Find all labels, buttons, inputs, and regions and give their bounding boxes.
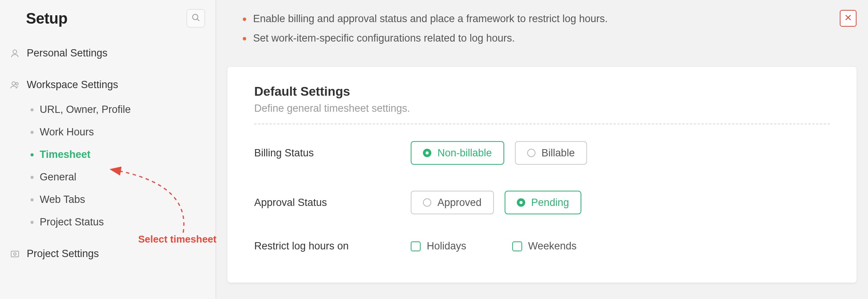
dot-icon xyxy=(31,198,34,201)
sidebar-item-label: Workspace Settings xyxy=(27,79,118,91)
sidebar-item-general[interactable]: General xyxy=(0,166,216,188)
sidebar-item-personal-settings[interactable]: Personal Settings xyxy=(0,42,216,64)
sidebar-item-work-hours[interactable]: Work Hours xyxy=(0,121,216,143)
sidebar-item-web-tabs[interactable]: Web Tabs xyxy=(0,188,216,211)
sidebar-item-workspace-settings[interactable]: Workspace Settings xyxy=(0,74,216,96)
radio-label: Approved xyxy=(437,197,482,209)
row-restrict-log-hours: Restrict log hours on Holidays Weekends xyxy=(254,227,830,265)
radio-pending[interactable]: Pending xyxy=(505,191,581,214)
intro-list: Enable billing and approval status and p… xyxy=(216,0,868,57)
row-controls: Holidays Weekends xyxy=(411,240,577,252)
radio-icon xyxy=(527,149,536,157)
nav-section-workspace: Workspace Settings URL, Owner, Profile W… xyxy=(0,69,216,238)
dot-icon xyxy=(31,176,34,179)
sidebar-item-label: Project Status xyxy=(40,216,104,228)
sidebar-item-label: Work Hours xyxy=(40,126,94,138)
default-settings-card: Default Settings Define general timeshee… xyxy=(227,66,857,283)
annotation-label: Select timesheet xyxy=(138,233,216,245)
radio-icon xyxy=(423,198,431,207)
svg-rect-5 xyxy=(11,251,19,257)
bullet-icon xyxy=(243,18,246,21)
radio-approved[interactable]: Approved xyxy=(411,191,494,214)
checkbox-holidays[interactable]: Holidays xyxy=(411,240,466,252)
row-controls: Approved Pending xyxy=(411,191,581,214)
row-approval-status: Approval Status Approved Pending xyxy=(254,178,830,227)
radio-icon xyxy=(517,198,525,207)
checkbox-icon xyxy=(411,241,421,251)
dot-icon xyxy=(31,108,34,111)
intro-item: Enable billing and approval status and p… xyxy=(243,9,845,29)
svg-point-2 xyxy=(13,50,17,53)
close-button[interactable] xyxy=(840,10,857,27)
sidebar: Setup Personal Settings Workspace Settin xyxy=(0,0,216,299)
checkbox-label: Holidays xyxy=(427,240,466,252)
radio-billable[interactable]: Billable xyxy=(515,141,587,165)
sidebar-item-label: General xyxy=(40,171,76,183)
sidebar-item-url-owner-profile[interactable]: URL, Owner, Profile xyxy=(0,98,216,121)
search-icon xyxy=(191,13,200,24)
sidebar-item-project-settings[interactable]: Project Settings xyxy=(0,243,216,265)
dot-icon xyxy=(31,153,34,156)
nav-section-personal: Personal Settings xyxy=(0,37,216,69)
sidebar-item-label: Timesheet xyxy=(40,149,90,161)
bullet-icon xyxy=(243,37,246,40)
dot-icon xyxy=(31,131,34,134)
svg-point-6 xyxy=(14,252,16,255)
intro-text: Set work-item-specific configurations re… xyxy=(253,32,515,44)
search-button[interactable] xyxy=(187,9,205,27)
radio-icon xyxy=(423,149,431,157)
checkbox-weekends[interactable]: Weekends xyxy=(512,240,577,252)
card-subtitle: Define general timesheet settings. xyxy=(254,103,830,114)
radio-label: Non-billable xyxy=(437,147,492,159)
radio-label: Billable xyxy=(542,147,575,159)
main-content: Enable billing and approval status and p… xyxy=(216,0,868,299)
sidebar-sublist-workspace: URL, Owner, Profile Work Hours Timesheet… xyxy=(0,96,216,233)
row-label: Restrict log hours on xyxy=(254,240,411,252)
svg-point-3 xyxy=(12,82,15,85)
project-icon xyxy=(9,248,21,260)
svg-point-4 xyxy=(16,82,18,85)
radio-non-billable[interactable]: Non-billable xyxy=(411,141,504,165)
sidebar-item-label: Project Settings xyxy=(27,248,99,260)
sidebar-item-label: URL, Owner, Profile xyxy=(40,104,131,116)
dot-icon xyxy=(31,221,34,224)
sidebar-item-label: Web Tabs xyxy=(40,194,85,206)
sidebar-item-project-status[interactable]: Project Status xyxy=(0,211,216,233)
row-controls: Non-billable Billable xyxy=(411,141,587,165)
checkbox-icon xyxy=(512,241,522,251)
sidebar-header: Setup xyxy=(0,9,216,37)
radio-label: Pending xyxy=(531,197,569,209)
sidebar-item-timesheet[interactable]: Timesheet xyxy=(0,143,216,166)
close-icon xyxy=(844,13,852,23)
row-label: Billing Status xyxy=(254,147,411,159)
svg-point-0 xyxy=(193,14,198,20)
page-title: Setup xyxy=(26,10,68,27)
card-title: Default Settings xyxy=(254,84,830,99)
checkbox-label: Weekends xyxy=(528,240,577,252)
divider xyxy=(254,124,830,124)
intro-item: Set work-item-specific configurations re… xyxy=(243,29,845,48)
person-icon xyxy=(9,48,21,59)
people-icon xyxy=(9,79,21,91)
row-billing-status: Billing Status Non-billable Billable xyxy=(254,128,830,178)
svg-line-1 xyxy=(197,19,200,21)
intro-text: Enable billing and approval status and p… xyxy=(253,13,608,25)
row-label: Approval Status xyxy=(254,197,411,209)
sidebar-item-label: Personal Settings xyxy=(27,47,108,59)
